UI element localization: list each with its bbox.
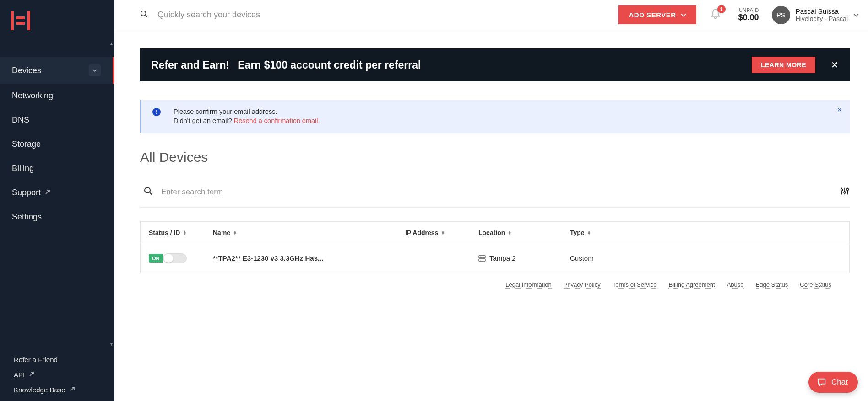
sidebar-item-label: Knowledge Base [14,386,65,394]
notice-line1: Please confirm your email address. [174,107,320,116]
sidebar-item-label: Settings [12,212,42,222]
sidebar: ▲ Devices Networking DNS Storage Billing… [0,0,114,401]
sort-icon: ▲▼ [183,230,186,235]
sidebar-item-networking[interactable]: Networking [0,84,114,108]
chevron-down-icon [853,12,859,18]
sidebar-bottom-nav: Refer a Friend API Knowledge Base [0,347,114,401]
main-area: ADD SERVER 1 UNPAID $0.00 PS Pascal Suis… [114,0,868,401]
external-link-icon [44,188,51,198]
table-header: Status / ID ▲▼ Name ▲▼ IP Address ▲▼ Loc… [141,222,849,244]
notifications-button[interactable]: 1 [705,8,726,22]
scroll-down-icon[interactable]: ▼ [109,342,114,347]
sidebar-item-label: Billing [12,164,34,173]
svg-rect-15 [479,259,485,261]
notice-body: Please confirm your email address. Didn'… [174,107,320,126]
sidebar-item-label: Storage [12,139,41,149]
logo[interactable] [0,0,114,41]
sort-icon: ▲▼ [441,230,445,235]
device-name-link[interactable]: **TPA2** E3-1230 v3 3.3GHz Has... [213,254,324,262]
global-search-input[interactable] [157,10,609,20]
th-ip[interactable]: IP Address ▲▼ [405,229,478,236]
svg-point-4 [141,11,146,16]
svg-rect-2 [16,16,25,19]
scroll-up-icon[interactable]: ▲ [109,41,114,46]
device-search-bar [140,182,850,208]
sidebar-item-label: Networking [12,91,53,101]
svg-point-16 [480,256,481,257]
sidebar-item-refer[interactable]: Refer a Friend [0,352,114,367]
sidebar-item-label: Refer a Friend [14,356,58,364]
sidebar-item-kb[interactable]: Knowledge Base [0,382,114,397]
sidebar-item-devices[interactable]: Devices [0,57,114,84]
external-link-icon [69,386,76,394]
svg-line-7 [150,192,152,195]
sort-icon: ▲▼ [508,230,511,235]
status-cell: ON [149,253,213,263]
sidebar-item-support[interactable]: Support [0,181,114,205]
chat-icon [817,377,827,387]
svg-rect-14 [479,256,485,258]
device-search-input[interactable] [161,187,831,197]
th-type[interactable]: Type ▲▼ [570,229,841,236]
devices-table: Status / ID ▲▼ Name ▲▼ IP Address ▲▼ Loc… [140,221,850,273]
footer-link[interactable]: Abuse [727,281,744,289]
sort-icon: ▲▼ [587,230,591,235]
datacenter-icon [478,255,486,262]
sidebar-nav: ▲ Devices Networking DNS Storage Billing… [0,41,114,347]
svg-rect-0 [11,11,14,30]
learn-more-button[interactable]: LEARN MORE [752,57,815,73]
resend-email-link[interactable]: Resend a confirmation email. [234,117,320,124]
chevron-down-icon [681,12,686,18]
svg-rect-3 [16,22,25,25]
type-cell: Custom [570,254,841,262]
external-link-icon [28,371,35,379]
sidebar-item-api[interactable]: API [0,367,114,382]
page-title: All Devices [140,150,850,165]
location-cell: Tampa 2 [478,254,570,262]
footer-link[interactable]: Edge Status [756,281,788,289]
toggle-knob [164,254,173,263]
sidebar-item-dns[interactable]: DNS [0,108,114,132]
sidebar-item-billing[interactable]: Billing [0,156,114,181]
add-server-label: ADD SERVER [629,11,676,19]
status-badge: ON [149,254,163,263]
notification-badge: 1 [717,5,726,13]
sidebar-item-storage[interactable]: Storage [0,132,114,156]
footer-link[interactable]: Core Status [800,281,831,289]
refer-banner: Refer and Earn! Earn $100 account credit… [140,48,850,81]
footer-link[interactable]: Billing Agreement [668,281,715,289]
table-row[interactable]: ON **TPA2** E3-1230 v3 3.3GHz Has... [141,244,849,273]
svg-point-6 [145,187,150,193]
sidebar-item-label: DNS [12,115,29,125]
refer-subtitle: Earn $100 account credit per referral [238,59,421,71]
power-toggle[interactable] [163,253,187,263]
svg-rect-1 [27,11,30,30]
close-icon[interactable]: ✕ [837,106,842,113]
svg-point-13 [846,188,848,190]
th-location[interactable]: Location ▲▼ [478,229,570,236]
svg-point-11 [844,191,846,193]
email-confirm-notice: ! Please confirm your email address. Did… [140,100,850,133]
footer-links: Legal Information Privacy Policy Terms o… [140,273,850,291]
close-icon[interactable]: ✕ [831,59,839,70]
sidebar-item-label: API [14,371,25,379]
search-icon [140,10,148,20]
sidebar-item-label: Support [12,188,41,198]
svg-point-17 [480,259,481,260]
footer-link[interactable]: Legal Information [505,281,551,289]
th-name[interactable]: Name ▲▼ [213,229,341,236]
footer-link[interactable]: Privacy Policy [564,281,601,289]
sidebar-item-label: Devices [12,66,41,75]
chevron-down-icon[interactable] [89,64,101,76]
chat-widget[interactable]: Chat [808,372,858,393]
brand-logo-icon [9,9,32,32]
add-server-button[interactable]: ADD SERVER [618,5,696,24]
info-icon: ! [152,108,161,116]
svg-point-9 [841,189,843,191]
th-status[interactable]: Status / ID ▲▼ [149,229,213,236]
footer-link[interactable]: Terms of Service [613,281,657,289]
unpaid-balance[interactable]: UNPAID $0.00 [735,7,763,22]
filter-icon[interactable] [840,186,850,198]
user-menu[interactable]: PS Pascal Suissa Hivelocity - Pascal [772,6,859,24]
sidebar-item-settings[interactable]: Settings [0,205,114,229]
